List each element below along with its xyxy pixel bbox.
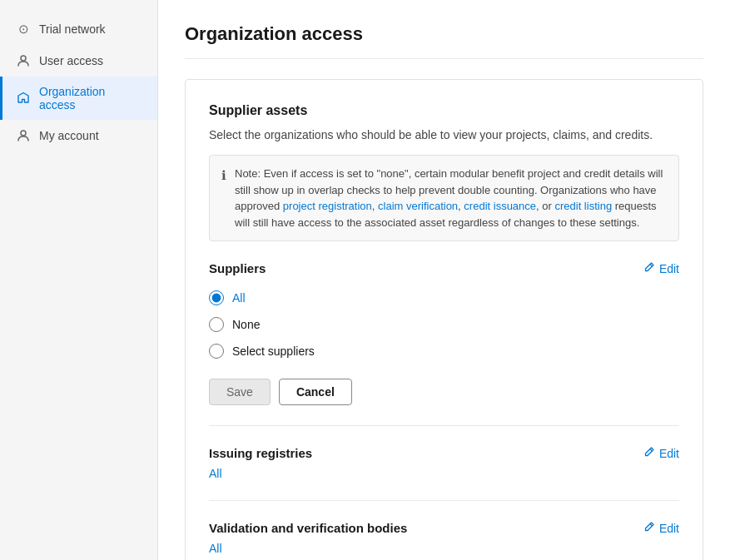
info-note: ℹ Note: Even if access is set to "none",… <box>209 155 679 241</box>
issuing-registries-section: Issuing registries Edit All <box>209 446 679 480</box>
page-title: Organization access <box>185 23 703 59</box>
issuing-registries-edit-button[interactable]: Edit <box>643 446 679 460</box>
sidebar-item-user-access[interactable]: User access <box>0 45 157 77</box>
suppliers-label: Suppliers <box>209 261 266 275</box>
edit-pencil-icon <box>643 261 655 275</box>
issuing-registries-header: Issuing registries Edit <box>209 446 679 460</box>
radio-all[interactable]: All <box>209 290 679 305</box>
validation-bodies-section: Validation and verification bodies Edit … <box>209 521 679 555</box>
validation-bodies-edit-button[interactable]: Edit <box>643 521 679 535</box>
issuing-registries-value: All <box>209 467 222 480</box>
radio-select-suppliers-label: Select suppliers <box>232 344 315 358</box>
suppliers-edit-button[interactable]: Edit <box>643 261 679 275</box>
sidebar-item-label: My account <box>39 129 99 142</box>
sidebar-item-label: Organization access <box>39 85 144 112</box>
info-note-text: Note: Even if access is set to "none", c… <box>235 166 667 230</box>
radio-all-label: All <box>232 291 246 305</box>
cancel-button[interactable]: Cancel <box>279 379 352 405</box>
supplier-assets-section: Supplier assets Select the organizations… <box>209 103 679 405</box>
validation-bodies-edit-label: Edit <box>659 522 679 535</box>
organization-access-icon <box>16 91 31 106</box>
validation-bodies-header: Validation and verification bodies Edit <box>209 521 679 535</box>
supplier-assets-title: Supplier assets <box>209 103 679 118</box>
suppliers-header: Suppliers Edit <box>209 261 679 275</box>
sidebar: ⊙ Trial network User access Organization… <box>0 0 158 560</box>
trial-network-icon: ⊙ <box>16 22 31 37</box>
validation-bodies-title: Validation and verification bodies <box>209 521 407 535</box>
svg-point-1 <box>21 131 26 136</box>
my-account-icon <box>16 128 31 143</box>
edit-pencil-icon-2 <box>643 446 655 460</box>
suppliers-edit-label: Edit <box>659 262 679 275</box>
validation-bodies-value: All <box>209 542 222 555</box>
edit-pencil-icon-3 <box>643 521 655 535</box>
supplier-assets-description: Select the organizations who should be a… <box>209 128 679 141</box>
divider-1 <box>209 425 679 426</box>
sidebar-item-label: User access <box>39 54 103 67</box>
sidebar-item-trial-network[interactable]: ⊙ Trial network <box>0 13 157 45</box>
radio-none-label: None <box>232 318 260 331</box>
suppliers-radio-group: All None Select suppliers <box>209 290 679 359</box>
issuing-registries-edit-label: Edit <box>659 447 679 460</box>
radio-select-suppliers-input[interactable] <box>209 344 224 359</box>
suppliers-action-buttons: Save Cancel <box>209 379 679 405</box>
sidebar-item-organization-access[interactable]: Organization access <box>0 77 157 120</box>
supplier-assets-card: Supplier assets Select the organizations… <box>185 79 703 560</box>
user-access-icon <box>16 53 31 68</box>
radio-all-input[interactable] <box>209 290 224 305</box>
radio-none-input[interactable] <box>209 317 224 332</box>
sidebar-item-label: Trial network <box>39 22 106 36</box>
divider-2 <box>209 500 679 501</box>
radio-none[interactable]: None <box>209 317 679 332</box>
info-icon: ℹ <box>221 166 226 230</box>
svg-point-0 <box>21 56 26 61</box>
issuing-registries-title: Issuing registries <box>209 446 312 460</box>
save-button[interactable]: Save <box>209 379 271 405</box>
radio-select-suppliers[interactable]: Select suppliers <box>209 344 679 359</box>
main-content: Organization access Supplier assets Sele… <box>158 0 730 560</box>
sidebar-item-my-account[interactable]: My account <box>0 120 157 151</box>
